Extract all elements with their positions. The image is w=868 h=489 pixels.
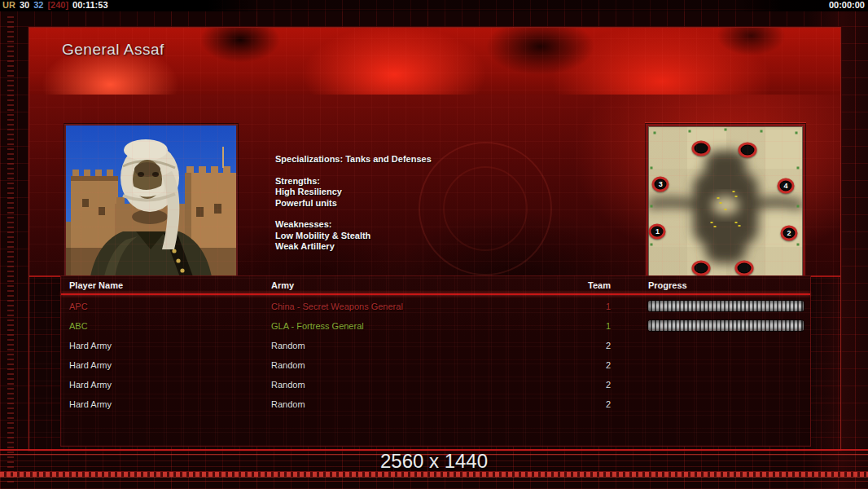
col-team: Team	[550, 278, 611, 293]
table-row: Hard ArmyRandom2	[61, 355, 810, 375]
table-header: Player Name Army Team Progress	[61, 278, 810, 293]
player-team: 2	[550, 336, 611, 355]
supply-spot-marker	[691, 141, 710, 156]
loading-screen: UR3032[240]00:11:53 00:00:00 General Ass…	[0, 0, 868, 489]
player-army: Random	[271, 394, 305, 414]
general-portrait	[64, 124, 238, 292]
target-ring-decor	[443, 166, 528, 251]
player-table: Player Name Army Team Progress APCChina …	[60, 275, 811, 447]
weaknesses-list: Low Mobility & StealthWeak Artillery	[275, 231, 432, 253]
player-team: 1	[550, 316, 611, 336]
player-team: 1	[550, 297, 611, 316]
system-stats: UR3032[240]00:11:53	[2, 0, 112, 11]
info-line: High Resiliency	[275, 187, 432, 198]
map-preview: 3412	[646, 124, 805, 289]
supply-spot-marker	[734, 261, 753, 276]
page-title: General Assaf	[62, 41, 164, 59]
stat-item: [240]	[47, 0, 68, 10]
resolution-label: 2560 x 1440	[0, 449, 868, 474]
player-team: 2	[550, 394, 611, 414]
player-team: 2	[550, 375, 611, 394]
player-name: Hard Army	[69, 336, 112, 355]
player-team: 2	[550, 355, 611, 375]
start-position-marker-4: 4	[778, 178, 795, 193]
player-army: Random	[271, 355, 305, 375]
left-tick-strip	[7, 16, 14, 482]
supply-spot-marker	[691, 261, 710, 276]
specializations-line: Specializations: Tanks and Defenses	[275, 154, 432, 165]
game-timer: 00:00:00	[829, 0, 865, 11]
footer-line	[0, 481, 868, 482]
stat-item: 30	[20, 0, 29, 10]
player-army: China - Secret Weapons General	[271, 297, 403, 316]
stat-item: 32	[33, 0, 43, 10]
progress-bar	[648, 301, 804, 311]
general-description: Specializations: Tanks and Defenses Stre…	[275, 154, 432, 253]
strengths-list: High ResiliencyPowerful units	[275, 187, 432, 209]
table-row: Hard ArmyRandom2	[61, 394, 810, 414]
player-name: Hard Army	[69, 355, 112, 375]
player-name: APC	[69, 297, 88, 316]
explosion-banner: General Assaf	[29, 28, 840, 95]
table-row: APCChina - Secret Weapons General1	[61, 297, 810, 316]
stat-item: UR	[2, 0, 15, 10]
supply-spot-marker	[738, 143, 756, 158]
player-name: ABC	[69, 316, 88, 336]
table-row: Hard ArmyRandom2	[61, 375, 810, 394]
player-name: Hard Army	[69, 375, 112, 394]
strengths-label: Strengths:	[275, 176, 432, 187]
weaknesses-label: Weaknesses:	[275, 219, 432, 231]
general-info-section: Specializations: Tanks and Defenses Stre…	[29, 95, 840, 277]
col-player-name: Player Name	[69, 278, 123, 293]
map-terrain	[648, 126, 803, 286]
header-divider	[61, 293, 810, 295]
progress-bar	[648, 320, 804, 331]
debug-top-bar: UR3032[240]00:11:53 00:00:00	[0, 0, 868, 11]
start-position-marker-3: 3	[652, 176, 669, 192]
info-line: Low Mobility & Stealth	[275, 231, 432, 242]
player-army: GLA - Fortress General	[271, 316, 364, 336]
player-name: Hard Army	[69, 394, 112, 414]
stat-item: 00:11:53	[72, 0, 107, 10]
col-progress: Progress	[648, 278, 687, 293]
info-line: Weak Artillery	[275, 241, 432, 253]
player-army: Random	[271, 375, 305, 394]
col-army: Army	[271, 278, 294, 293]
table-row: Hard ArmyRandom2	[61, 336, 810, 355]
player-army: Random	[271, 336, 305, 355]
match-info-panel: General Assaf	[28, 27, 841, 451]
start-position-marker-2: 2	[780, 226, 797, 241]
start-position-marker-1: 1	[649, 224, 666, 240]
table-row: ABCGLA - Fortress General1	[61, 316, 810, 336]
info-line: Powerful units	[275, 198, 432, 209]
